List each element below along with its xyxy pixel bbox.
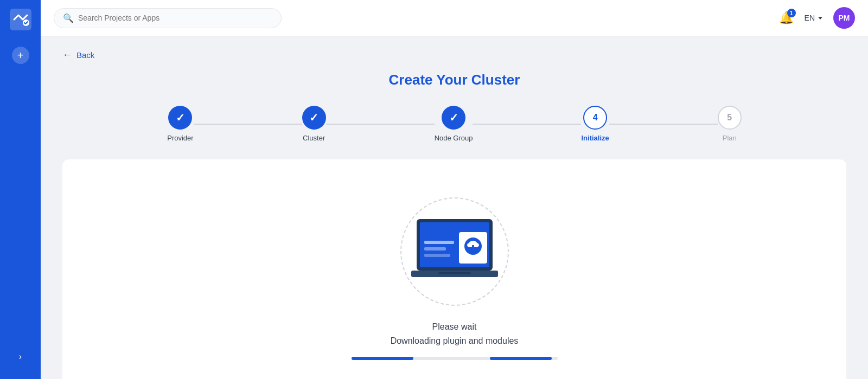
notification-button[interactable]: 🔔 1 — [779, 11, 794, 25]
add-button[interactable]: + — [12, 47, 29, 64]
sidebar: + › — [0, 0, 41, 379]
laptop-illustration — [400, 208, 509, 295]
step-initialize: 4 Initialize — [581, 106, 609, 142]
step-circle-2 — [302, 106, 326, 130]
main-content: 🔍 🔔 1 EN PM Back Create Your Cluster — [41, 0, 868, 379]
header: 🔍 🔔 1 EN PM — [41, 0, 868, 36]
status-text-line2: Downloading plugin and modules — [391, 336, 519, 346]
step-cluster: Cluster — [302, 106, 326, 142]
step-number-4: 4 — [593, 113, 598, 123]
language-label: EN — [805, 14, 815, 22]
connector-4-5 — [609, 124, 718, 125]
check-icon-3 — [449, 111, 458, 124]
step-number-5: 5 — [727, 113, 732, 123]
progress-bar — [352, 357, 558, 360]
svg-rect-6 — [424, 254, 450, 257]
avatar[interactable]: PM — [833, 7, 855, 29]
step-label-5: Plan — [723, 134, 737, 142]
step-label-2: Cluster — [303, 134, 325, 142]
svg-rect-5 — [424, 247, 446, 250]
svg-rect-0 — [10, 9, 31, 30]
step-circle-1 — [168, 106, 192, 130]
svg-rect-4 — [424, 241, 454, 244]
step-provider: Provider — [167, 106, 193, 142]
main-card: Please wait Downloading plugin and modul… — [62, 159, 846, 379]
notification-badge: 1 — [787, 9, 796, 17]
sidebar-expand-button[interactable]: › — [10, 343, 30, 370]
svg-point-11 — [474, 243, 479, 247]
back-label: Back — [76, 50, 94, 60]
search-input[interactable] — [78, 14, 272, 22]
step-circle-5: 5 — [718, 106, 742, 130]
stepper: Provider Cluster Node Group — [62, 106, 846, 142]
step-label-4: Initialize — [581, 134, 609, 142]
step-label-3: Node Group — [435, 134, 473, 142]
sidebar-logo[interactable] — [10, 9, 31, 30]
search-icon: 🔍 — [63, 13, 74, 23]
step-circle-3 — [442, 106, 465, 130]
chevron-down-icon — [818, 17, 822, 20]
check-icon-1 — [176, 111, 185, 124]
svg-rect-15 — [438, 272, 471, 274]
svg-point-10 — [467, 243, 473, 247]
connector-2-3 — [326, 124, 435, 125]
illustration — [395, 192, 514, 311]
step-label-1: Provider — [167, 134, 193, 142]
step-circle-4: 4 — [583, 106, 607, 130]
header-right: 🔔 1 EN PM — [779, 7, 855, 29]
step-node-group: Node Group — [435, 106, 473, 142]
status-text-line1: Please wait — [432, 322, 477, 332]
step-plan: 5 Plan — [718, 106, 742, 142]
check-icon-2 — [309, 111, 318, 124]
page-content: Back Create Your Cluster Provider Cluste… — [41, 36, 868, 379]
progress-segment-3 — [490, 357, 552, 360]
connector-3-4 — [473, 124, 581, 125]
page-title: Create Your Cluster — [62, 72, 846, 88]
back-button[interactable]: Back — [62, 49, 94, 61]
progress-segment-1 — [352, 357, 413, 360]
language-selector[interactable]: EN — [805, 14, 822, 22]
connector-1-2 — [194, 124, 302, 125]
back-arrow-icon — [62, 49, 72, 61]
search-box[interactable]: 🔍 — [54, 8, 282, 28]
progress-segment-2 — [416, 357, 488, 360]
